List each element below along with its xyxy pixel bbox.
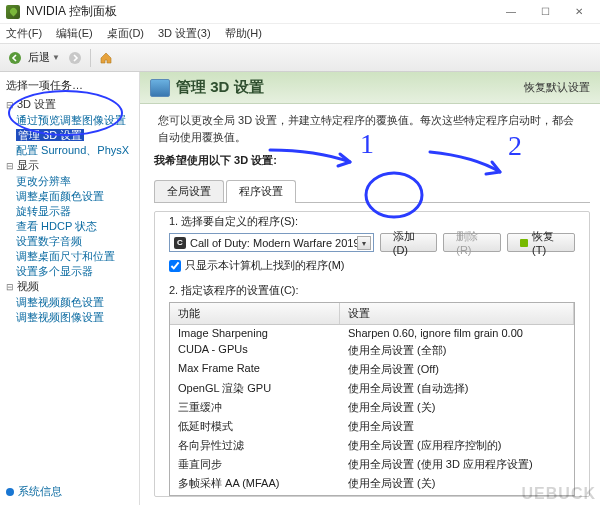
maximize-button[interactable]: ☐	[530, 3, 560, 21]
header-icon	[150, 79, 170, 97]
nvidia-chip-icon	[520, 239, 528, 247]
col-feature-header[interactable]: 功能	[170, 303, 340, 324]
tree-item-hdcp[interactable]: 查看 HDCP 状态	[16, 219, 139, 234]
settings-row[interactable]: 多帧采样 AA (MFAA)使用全局设置 (关)	[170, 474, 574, 493]
col-setting-header[interactable]: 设置	[340, 303, 574, 324]
menu-desktop[interactable]: 桌面(D)	[107, 26, 144, 41]
content-header: 管理 3D 设置 恢复默认设置	[140, 72, 600, 104]
page-description: 您可以更改全局 3D 设置，并建立特定程序的覆换值。每次这些特定程序启动时，都会…	[140, 104, 600, 153]
setting-cell: 使用全局设置 (全部)	[340, 342, 574, 359]
step2-label: 2. 指定该程序的设置值(C):	[155, 281, 589, 302]
restore-defaults-link[interactable]: 恢复默认设置	[524, 80, 590, 95]
back-dropdown-icon[interactable]: ▼	[52, 53, 60, 62]
setting-cell: 使用全局设置 (关)	[340, 399, 574, 416]
settings-row[interactable]: 平滑处理 - FXAA使用全局设置 (关)	[170, 493, 574, 495]
feature-cell: 平滑处理 - FXAA	[170, 494, 340, 495]
menu-edit[interactable]: 编辑(E)	[56, 26, 93, 41]
window-title: NVIDIA 控制面板	[26, 3, 496, 20]
settings-table-body[interactable]: Image SharpeningSharpen 0.60, ignore fil…	[170, 325, 574, 495]
system-info-link[interactable]: 系统信息	[6, 484, 62, 499]
setting-cell: 使用全局设置 (Off)	[340, 361, 574, 378]
tree-item-video-color[interactable]: 调整视频颜色设置	[16, 295, 139, 310]
tab-program[interactable]: 程序设置	[226, 180, 296, 202]
titlebar: NVIDIA 控制面板 — ☐ ✕	[0, 0, 600, 24]
back-button[interactable]	[4, 47, 26, 69]
settings-row[interactable]: CUDA - GPUs使用全局设置 (全部)	[170, 341, 574, 360]
tree-item-rotate-display[interactable]: 旋转显示器	[16, 204, 139, 219]
tree-item-desktop-size[interactable]: 调整桌面尺寸和位置	[16, 249, 139, 264]
tree-item-preview-image[interactable]: 通过预览调整图像设置	[16, 113, 139, 128]
program-select-value: Call of Duty: Modern Warfare 2019...	[190, 237, 369, 249]
feature-cell: OpenGL 渲染 GPU	[170, 380, 340, 397]
settings-row[interactable]: OpenGL 渲染 GPU使用全局设置 (自动选择)	[170, 379, 574, 398]
restore-button[interactable]: 恢复(T)	[507, 233, 575, 252]
tree-item-multi-display[interactable]: 设置多个显示器	[16, 264, 139, 279]
main-area: 选择一项任务… 3D 设置 通过预览调整图像设置 管理 3D 设置 配置 Sur…	[0, 72, 600, 505]
settings-tabs: 全局设置 程序设置	[140, 172, 600, 202]
settings-table-header: 功能 设置	[170, 303, 574, 325]
step1-label: 1. 选择要自定义的程序(S):	[155, 212, 589, 233]
setting-cell: 使用全局设置 (自动选择)	[340, 380, 574, 397]
feature-cell: CUDA - GPUs	[170, 342, 340, 359]
forward-button[interactable]	[64, 47, 86, 69]
settings-row[interactable]: Image SharpeningSharpen 0.60, ignore fil…	[170, 325, 574, 341]
menu-file[interactable]: 文件(F)	[6, 26, 42, 41]
feature-cell: 多帧采样 AA (MFAA)	[170, 475, 340, 492]
add-button[interactable]: 添加(D)	[380, 233, 438, 252]
tree-item-manage-3d[interactable]: 管理 3D 设置	[16, 128, 139, 143]
program-icon: C	[174, 237, 186, 249]
sidebar: 选择一项任务… 3D 设置 通过预览调整图像设置 管理 3D 设置 配置 Sur…	[0, 72, 140, 505]
settings-row[interactable]: 各向异性过滤使用全局设置 (应用程序控制的)	[170, 436, 574, 455]
tab-global[interactable]: 全局设置	[154, 180, 224, 202]
tree-item-resolution[interactable]: 更改分辨率	[16, 174, 139, 189]
feature-cell: 各向异性过滤	[170, 437, 340, 454]
tree-group-video[interactable]: 视频 调整视频颜色设置 调整视频图像设置	[6, 279, 139, 325]
menu-help[interactable]: 帮助(H)	[225, 26, 262, 41]
menubar: 文件(F) 编辑(E) 桌面(D) 3D 设置(3) 帮助(H)	[0, 24, 600, 44]
setting-cell: 使用全局设置 (使用 3D 应用程序设置)	[340, 456, 574, 473]
feature-cell: 三重缓冲	[170, 399, 340, 416]
content-pane: 管理 3D 设置 恢复默认设置 您可以更改全局 3D 设置，并建立特定程序的覆换…	[140, 72, 600, 505]
close-button[interactable]: ✕	[564, 3, 594, 21]
task-select-label: 选择一项任务…	[4, 76, 139, 97]
setting-cell: 使用全局设置 (关)	[340, 494, 574, 495]
tree-item-video-image[interactable]: 调整视频图像设置	[16, 310, 139, 325]
tree-item-surround-physx[interactable]: 配置 Surround、PhysX	[16, 143, 139, 158]
toolbar: 后退 ▼	[0, 44, 600, 72]
only-installed-label: 只显示本计算机上找到的程序(M)	[185, 258, 345, 273]
feature-cell: Image Sharpening	[170, 326, 340, 340]
tree-item-digital-audio[interactable]: 设置数字音频	[16, 234, 139, 249]
feature-cell: 垂直同步	[170, 456, 340, 473]
feature-cell: Max Frame Rate	[170, 361, 340, 378]
dropdown-arrow-icon: ▾	[357, 236, 371, 250]
page-title: 管理 3D 设置	[150, 78, 264, 97]
setting-cell: 使用全局设置 (应用程序控制的)	[340, 437, 574, 454]
setting-cell: 使用全局设置	[340, 418, 574, 435]
program-settings-panel: 1. 选择要自定义的程序(S): C Call of Duty: Modern …	[154, 211, 590, 497]
tree-item-desktop-color[interactable]: 调整桌面颜色设置	[16, 189, 139, 204]
remove-button[interactable]: 删除(R)	[443, 233, 501, 252]
svg-point-0	[9, 52, 21, 64]
tree-group-display[interactable]: 显示 更改分辨率 调整桌面颜色设置 旋转显示器 查看 HDCP 状态 设置数字音…	[6, 158, 139, 279]
program-select-dropdown[interactable]: C Call of Duty: Modern Warfare 2019... ▾	[169, 233, 374, 252]
task-tree: 3D 设置 通过预览调整图像设置 管理 3D 设置 配置 Surround、Ph…	[4, 97, 139, 325]
preference-label: 我希望使用以下 3D 设置:	[140, 153, 600, 172]
menu-3d-settings[interactable]: 3D 设置(3)	[158, 26, 211, 41]
settings-table: 功能 设置 Image SharpeningSharpen 0.60, igno…	[169, 302, 575, 496]
settings-row[interactable]: 三重缓冲使用全局设置 (关)	[170, 398, 574, 417]
home-button[interactable]	[95, 47, 117, 69]
only-installed-checkbox[interactable]	[169, 260, 181, 272]
svg-point-1	[69, 52, 81, 64]
tree-group-3d[interactable]: 3D 设置 通过预览调整图像设置 管理 3D 设置 配置 Surround、Ph…	[6, 97, 139, 158]
setting-cell: 使用全局设置 (关)	[340, 475, 574, 492]
settings-row[interactable]: 低延时模式使用全局设置	[170, 417, 574, 436]
settings-row[interactable]: Max Frame Rate使用全局设置 (Off)	[170, 360, 574, 379]
minimize-button[interactable]: —	[496, 3, 526, 21]
nvidia-logo-icon	[6, 5, 20, 19]
settings-row[interactable]: 垂直同步使用全局设置 (使用 3D 应用程序设置)	[170, 455, 574, 474]
feature-cell: 低延时模式	[170, 418, 340, 435]
back-label: 后退	[28, 50, 50, 65]
setting-cell: Sharpen 0.60, ignore film grain 0.00	[340, 326, 574, 340]
